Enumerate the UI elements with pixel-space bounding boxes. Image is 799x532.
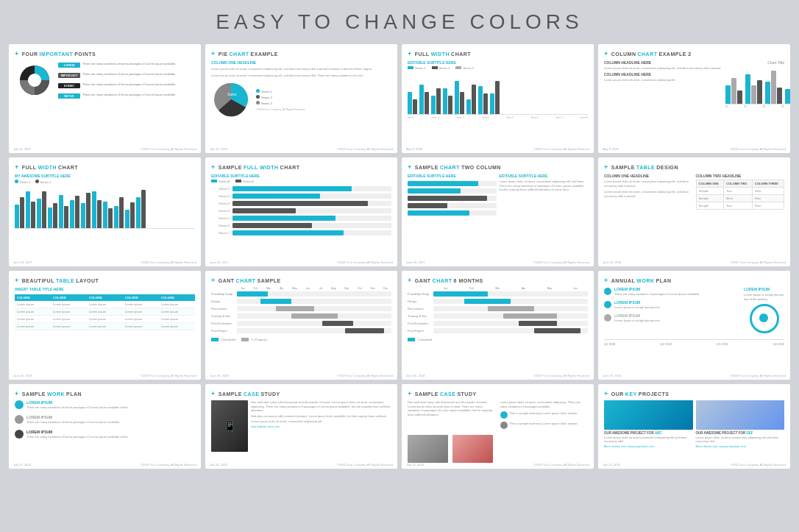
slide-8-title: SAMPLE TABLE DESIGN <box>604 163 784 171</box>
slide-sample-table-design: SAMPLE TABLE DESIGN COLUMN ONE HEADLINE … <box>598 157 790 266</box>
col-chart-4 <box>725 68 784 104</box>
slide-4-title: COLUMN CHART EXAMPLE 2 <box>604 50 784 57</box>
bar-chart-3 <box>408 74 588 115</box>
slide-four-important-points: FOUR IMPORTANT POINTS LOREM There are ma… <box>9 44 201 153</box>
slide-2-title: PIE CHART EXAMPLE <box>211 50 391 57</box>
slide-sample-chart-two-column: SAMPLE CHART TWO COLUMN EDITABLE SUBTITL… <box>402 157 594 266</box>
case-study-img-1 <box>408 435 448 463</box>
slide-5-title: FULL WIDTH CHART <box>15 163 195 171</box>
project-def: OUR AWESOME PROJECT FOR DEF Lorem ipsum … <box>696 400 785 448</box>
slide-our-key-projects: OUR KEY PROJECTS OUR AWESOME PROJECT FOR… <box>598 384 790 469</box>
slide-12-title: ANNUAL WORK PLAN <box>604 277 784 284</box>
svg-point-1 <box>28 74 41 87</box>
slide-5-footer: June 19, 2017 ©2018 Your Company, All Ri… <box>9 260 201 264</box>
slide-13-footer: July 25, 2018 ©2018 Your Company, All Ri… <box>9 463 201 467</box>
slide-2-footer: July 25, 2018 ©2018 Your Company, All Ri… <box>205 147 397 151</box>
projects-grid: OUR AWESOME PROJECT FOR ABC Lorem ipsum … <box>604 400 784 448</box>
legend-item-netus: NETUS There are many variations of lorem… <box>58 93 176 99</box>
case-study-img-2 <box>452 435 493 463</box>
slide-full-width-chart-1: FULL WIDTH CHART EDITABLE SUBTITLE HERE … <box>402 44 594 153</box>
slide-4-footer: May 8, 2018 ©2018 Your Company, All Righ… <box>598 147 790 151</box>
slide-full-width-chart-2: FULL WIDTH CHART MY AWESOME SUBTITLE HER… <box>9 157 201 266</box>
legend-items: LOREM There are many variations of lorem… <box>58 62 176 101</box>
slide-beautiful-table-layout: BEAUTIFUL TABLE LAYOUT INSERT TABLE TITL… <box>9 271 201 380</box>
pie-chart-svg <box>15 60 55 101</box>
slide-7-title: SAMPLE CHART TWO COLUMN <box>408 163 588 171</box>
case-study-phone-image: 📱 <box>211 400 248 452</box>
slide-1-title: FOUR IMPORTANT POINTS <box>15 50 195 57</box>
slide-9-footer: June 25, 2018 ©2018 Your Company, All Ri… <box>9 374 201 377</box>
slide-column-chart-2: COLUMN CHART EXAMPLE 2 COLUMN HEADLINE H… <box>598 44 790 153</box>
legend-item-lorem: LOREM There are many variations of lorem… <box>58 62 176 68</box>
two-col-layout-7: EDITABLE SUBTITLE HERE EDITABLE SUBTITLE… <box>408 174 588 218</box>
slide-1-footer: July 25, 2018 ©2018 Your Company, All Ri… <box>9 147 201 151</box>
slide-pie-chart-example: PIE CHART EXAMPLE COLUMN ONE HEADLINE Lo… <box>205 44 397 153</box>
work-plan-steps: LOREM IPSUM There are many variations of… <box>15 400 195 439</box>
slide-sample-full-width-chart: SAMPLE FULL WIDTH CHART EDITABLE SUBTITL… <box>205 157 397 266</box>
slide-8-footer: June 20, 2018 ©2018 Your Company, All Ri… <box>598 260 790 264</box>
legend-item-donec: DONEC There are many variations of lorem… <box>58 82 176 88</box>
design-table: COLUMN ONE COLUMN TWO COLUMN THREE Sampl… <box>696 180 785 210</box>
slide-annual-work-plan: ANNUAL WORK PLAN LOREM IPSUM There are m… <box>598 271 790 380</box>
slide-6-footer: June 19, 2017 ©2018 Your Company, All Ri… <box>205 260 397 264</box>
project-abc: OUR AWESOME PROJECT FOR ABC Lorem ipsum … <box>604 400 693 448</box>
slide-14-title: SAMPLE CASE STUDY <box>211 390 391 397</box>
slide-9-title: BEAUTIFUL TABLE LAYOUT <box>15 277 195 284</box>
table-design-area: COLUMN ONE HEADLINE Lorem ipsum dolor si… <box>604 174 784 210</box>
slide-10-footer: June 25, 2018 ©2018 Your Company, All Ri… <box>205 374 397 377</box>
legend-item-impor: IMPOR-GET There are many variations of l… <box>58 72 176 78</box>
slide-14-footer: July 25, 2018 ©2018 Your Company, All Ri… <box>205 463 397 467</box>
slide-sample-work-plan: SAMPLE WORK PLAN LOREM IPSUM There are m… <box>9 384 201 469</box>
slide-12-footer: June 25, 2018 ©2018 Your Company, All Ri… <box>598 374 790 377</box>
svg-text:Sales: Sales <box>227 92 237 96</box>
slide-gant-chart-sample: GANT CHART SAMPLE JanFebMar AprMayJun Ju… <box>205 271 397 380</box>
slide-3-title: FULL WIDTH CHART <box>408 50 588 57</box>
slide-13-title: SAMPLE WORK PLAN <box>15 390 195 397</box>
slide-7-footer: June 19, 2017 ©2018 Your Company, All Ri… <box>402 260 594 264</box>
gant-chart-11: JanFebMar AprMayJun Feasibility Study De… <box>408 287 588 336</box>
slide-15-title: SAMPLE CASE STUDY <box>408 390 588 397</box>
slide-sample-case-study-1: SAMPLE CASE STUDY 📱 One wall short story… <box>205 384 397 469</box>
slide-11-footer: June 25, 2018 ©2018 Your Company, All Ri… <box>402 374 594 377</box>
slide-11-title: GANT CHART 6 MONTHS <box>408 277 588 284</box>
slide-sample-case-study-2: SAMPLE CASE STUDY One wall short story, … <box>402 384 594 469</box>
beautiful-table: COLUMN COLUMN COLUMN COLUMN COLUMN Lorem… <box>15 294 195 330</box>
main-title: EASY TO CHANGE COLORS <box>9 7 790 37</box>
slide-16-footer: July 25, 2018 ©2018 Your Company, All Ri… <box>598 463 790 467</box>
case-study-layout-14: 📱 One wall short story, tells thousands … <box>211 400 391 452</box>
slide-16-title: OUR KEY PROJECTS <box>604 390 784 397</box>
bar-chart-5 <box>15 188 195 229</box>
pie-chart-2-svg: Sales <box>211 79 252 120</box>
slides-grid: FOUR IMPORTANT POINTS LOREM There are ma… <box>9 44 790 469</box>
slide-3-footer: May 8, 2018 ©2018 Your Company, All Righ… <box>402 147 594 151</box>
slide-gant-chart-6months: GANT CHART 6 MONTHS JanFebMar AprMayJun … <box>402 271 594 380</box>
horiz-bar-chart-6: Series 1 Series 2 Series 3 Series 4 Seri… <box>211 186 391 235</box>
slide-6-title: SAMPLE FULL WIDTH CHART <box>211 163 391 171</box>
slide-10-title: GANT CHART SAMPLE <box>211 277 391 284</box>
slide-15-footer: July 25, 2018 ©2018 Your Company, All Ri… <box>402 463 594 467</box>
gant-chart-10: JanFebMar AprMayJun JulAugSep OctNovDec … <box>211 287 391 336</box>
main-container: EASY TO CHANGE COLORS FOUR IMPORTANT POI… <box>0 0 799 532</box>
